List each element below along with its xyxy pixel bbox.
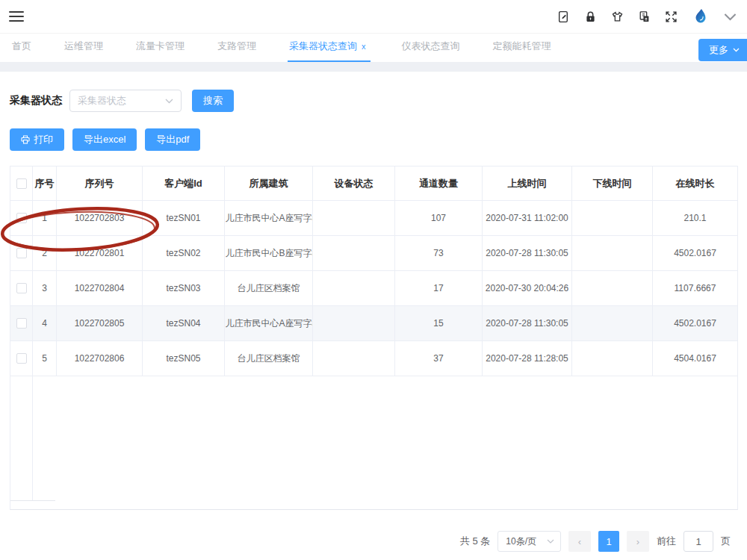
more-tabs-button[interactable]: 更多 bbox=[698, 39, 747, 61]
note-edit-icon[interactable] bbox=[557, 10, 570, 23]
page-number-button[interactable]: 1 bbox=[598, 531, 619, 552]
select-all-checkbox[interactable] bbox=[16, 178, 27, 189]
app-logo-icon[interactable] bbox=[692, 7, 710, 25]
tab-home[interactable]: 首页 bbox=[10, 32, 33, 62]
row-checkbox[interactable] bbox=[16, 248, 27, 258]
filter-row: 采集器状态 采集器状态 搜索 bbox=[10, 90, 738, 112]
tab-label: 采集器状态查询 bbox=[289, 40, 357, 52]
export-excel-button[interactable]: 导出excel bbox=[72, 128, 137, 151]
tab-branch-management[interactable]: 支路管理 bbox=[216, 32, 258, 62]
lock-icon[interactable] bbox=[584, 10, 597, 23]
collector-table: 序号 序列号 客户端Id 所属建筑 设备状态 通道数量 上线时间 下线时间 在线… bbox=[10, 166, 738, 510]
hamburger-icon[interactable] bbox=[9, 8, 24, 25]
table-row[interactable]: 1 1022702803 tezSN01 台儿庄市民中心A座写字楼 107 20… bbox=[10, 201, 737, 236]
goto-page-input[interactable] bbox=[684, 531, 713, 552]
table-row[interactable]: 2 1022702801 tezSN02 台儿庄市民中心B座写字楼 73 202… bbox=[10, 236, 737, 271]
col-online-duration: 在线时长 bbox=[653, 167, 737, 201]
col-index: 序号 bbox=[33, 167, 57, 201]
col-online-time: 上线时间 bbox=[483, 167, 572, 201]
printer-icon bbox=[21, 135, 30, 144]
chevron-down-icon bbox=[547, 539, 554, 544]
table-empty-area bbox=[10, 376, 737, 509]
theme-shirt-icon[interactable] bbox=[611, 10, 624, 23]
next-page-button[interactable]: › bbox=[627, 531, 649, 552]
col-client-id: 客户端Id bbox=[143, 167, 225, 201]
top-bar bbox=[0, 0, 747, 34]
tab-sim-card-management[interactable]: 流量卡管理 bbox=[134, 32, 186, 62]
select-placeholder: 采集器状态 bbox=[78, 94, 126, 108]
col-channel-count: 通道数量 bbox=[395, 167, 483, 201]
copy-docs-icon[interactable] bbox=[638, 10, 651, 23]
select-all-cell bbox=[10, 167, 33, 201]
export-pdf-button[interactable]: 导出pdf bbox=[145, 128, 200, 151]
chevron-down-icon[interactable] bbox=[724, 10, 737, 23]
tab-quota-energy-management[interactable]: 定额能耗管理 bbox=[492, 32, 553, 62]
page-unit-label: 页 bbox=[721, 535, 731, 548]
fixed-column-border bbox=[32, 376, 33, 500]
table-header: 序号 序列号 客户端Id 所属建筑 设备状态 通道数量 上线时间 下线时间 在线… bbox=[10, 167, 737, 201]
row-checkbox[interactable] bbox=[16, 283, 27, 293]
print-button[interactable]: 打印 bbox=[10, 128, 64, 151]
table-body: 1 1022702803 tezSN01 台儿庄市民中心A座写字楼 107 20… bbox=[10, 201, 737, 376]
table-row[interactable]: 3 1022702804 tezSN03 台儿庄区档案馆 17 2020-07-… bbox=[10, 271, 737, 306]
row-checkbox[interactable] bbox=[16, 213, 27, 223]
tab-meter-status-query[interactable]: 仪表状态查询 bbox=[400, 32, 462, 62]
collector-status-select[interactable]: 采集器状态 bbox=[69, 90, 182, 112]
tab-bar: 首页 运维管理 流量卡管理 支路管理 采集器状态查询x 仪表状态查询 定额能耗管… bbox=[0, 34, 747, 62]
search-button[interactable]: 搜索 bbox=[192, 90, 234, 112]
row-checkbox[interactable] bbox=[16, 318, 27, 329]
chevron-down-icon bbox=[733, 48, 740, 52]
table-row[interactable]: 4 1022702805 tezSN04 台儿庄市民中心A座写字楼 15 202… bbox=[10, 306, 737, 341]
tab-close-icon[interactable]: x bbox=[362, 42, 366, 51]
col-serial-number: 序列号 bbox=[57, 167, 143, 201]
fixed-column-border bbox=[10, 500, 55, 501]
pagination: 共 5 条 10条/页 ‹ 1 › 前往 页 bbox=[10, 531, 738, 552]
tab-ops-management[interactable]: 运维管理 bbox=[63, 32, 105, 62]
tab-collector-status-query[interactable]: 采集器状态查询x bbox=[288, 32, 371, 62]
prev-page-button[interactable]: ‹ bbox=[568, 531, 591, 552]
table-row[interactable]: 5 1022702806 tezSN05 台儿庄区档案馆 37 2020-07-… bbox=[10, 341, 737, 376]
collector-status-label: 采集器状态 bbox=[10, 94, 62, 108]
row-checkbox[interactable] bbox=[16, 353, 27, 364]
page-size-select[interactable]: 10条/页 bbox=[498, 531, 561, 552]
total-count-label: 共 5 条 bbox=[460, 535, 490, 548]
col-offline-time: 下线时间 bbox=[572, 167, 653, 201]
fullscreen-icon[interactable] bbox=[665, 10, 678, 23]
export-toolbar: 打印 导出excel 导出pdf bbox=[10, 128, 738, 151]
chevron-down-icon bbox=[165, 99, 173, 104]
main-content: 采集器状态 采集器状态 搜索 打印 导出excel 导出pdf 序号 序列号 客… bbox=[0, 90, 747, 552]
col-building: 所属建筑 bbox=[225, 167, 313, 201]
col-device-status: 设备状态 bbox=[313, 167, 395, 201]
divider-strip bbox=[0, 62, 747, 72]
goto-label: 前往 bbox=[657, 535, 676, 548]
